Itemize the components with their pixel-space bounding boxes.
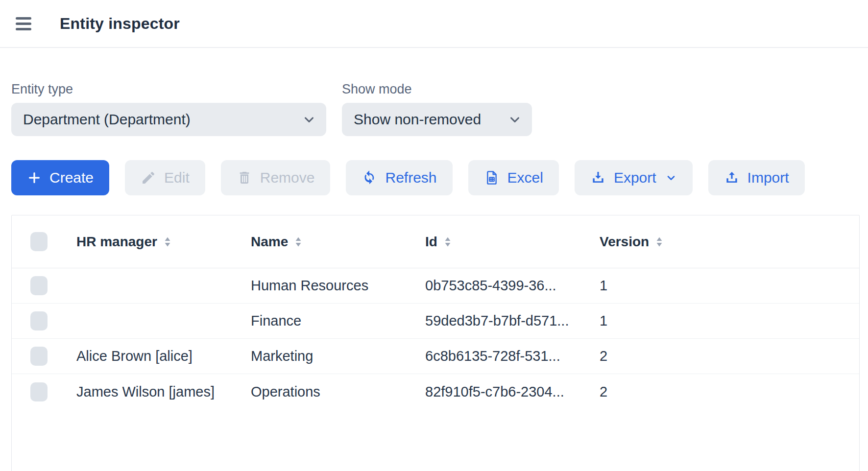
top-bar: Entity inspector <box>0 0 868 48</box>
show-mode-value: Show non-removed <box>354 111 481 128</box>
excel-button[interactable]: Excel <box>468 160 559 195</box>
cell-id: 82f910f5-c7b6-2304... <box>414 384 589 400</box>
show-mode-select[interactable]: Show non-removed <box>342 103 532 136</box>
table-row[interactable]: Alice Brown [alice] Marketing 6c8b6135-7… <box>12 339 859 374</box>
entity-type-value: Department (Department) <box>23 111 191 128</box>
chevron-down-icon <box>302 112 316 127</box>
row-checkbox[interactable] <box>30 347 48 366</box>
main-content: Entity type Department (Department) Show… <box>11 81 860 471</box>
chevron-down-icon <box>665 172 677 184</box>
cell-hr-manager: James Wilson [james] <box>66 384 240 400</box>
chevron-down-icon <box>507 112 522 127</box>
column-header-id[interactable]: Id <box>425 234 589 250</box>
data-table: HR manager Name Id Version <box>11 215 860 471</box>
spreadsheet-file-icon <box>484 170 500 186</box>
entity-type-select[interactable]: Department (Department) <box>11 103 326 136</box>
hamburger-menu-icon[interactable] <box>16 14 38 33</box>
row-checkbox[interactable] <box>30 276 48 295</box>
plus-icon <box>27 170 42 185</box>
row-checkbox[interactable] <box>30 382 48 401</box>
cell-id: 0b753c85-4399-36... <box>414 278 589 294</box>
edit-button[interactable]: Edit <box>125 160 205 195</box>
remove-button[interactable]: Remove <box>221 160 331 195</box>
cell-version: 1 <box>589 278 859 294</box>
sort-arrows-icon <box>164 236 171 248</box>
table-row[interactable]: James Wilson [james] Operations 82f910f5… <box>12 374 859 409</box>
create-button[interactable]: Create <box>11 160 109 195</box>
export-button[interactable]: Export <box>575 160 693 195</box>
table-header-row: HR manager Name Id Version <box>12 215 859 268</box>
cell-id: 59ded3b7-b7bf-d571... <box>414 313 589 329</box>
cell-hr-manager: Alice Brown [alice] <box>66 348 240 364</box>
cell-version: 2 <box>589 384 859 400</box>
entity-type-field: Entity type Department (Department) <box>11 81 326 136</box>
filters-row: Entity type Department (Department) Show… <box>11 81 860 136</box>
sort-arrows-icon <box>656 236 663 248</box>
cell-name: Finance <box>240 313 414 329</box>
cell-name: Human Resources <box>240 278 414 294</box>
show-mode-field: Show mode Show non-removed <box>342 81 532 136</box>
cell-id: 6c8b6135-728f-531... <box>414 348 589 364</box>
table-row[interactable]: Human Resources 0b753c85-4399-36... 1 <box>12 268 859 304</box>
cell-version: 2 <box>589 348 859 364</box>
refresh-button[interactable]: Refresh <box>346 160 452 195</box>
sort-arrows-icon <box>295 236 302 248</box>
download-tray-icon <box>590 170 606 186</box>
pencil-icon <box>141 170 156 186</box>
cell-name: Marketing <box>240 348 414 364</box>
entity-type-label: Entity type <box>11 81 326 97</box>
import-button[interactable]: Import <box>708 160 805 195</box>
show-mode-label: Show mode <box>342 81 532 97</box>
upload-tray-icon <box>724 170 740 186</box>
row-checkbox[interactable] <box>30 311 48 330</box>
trash-icon <box>237 170 252 186</box>
sync-arrows-icon <box>362 170 377 186</box>
cell-version: 1 <box>589 313 859 329</box>
actions-toolbar: Create Edit Remove Refresh Excel Export … <box>11 160 860 195</box>
page-title: Entity inspector <box>60 15 180 33</box>
column-header-version[interactable]: Version <box>600 234 859 250</box>
column-header-hr-manager[interactable]: HR manager <box>76 234 240 250</box>
column-header-name[interactable]: Name <box>251 234 414 250</box>
table-row[interactable]: Finance 59ded3b7-b7bf-d571... 1 <box>12 304 859 339</box>
cell-name: Operations <box>240 384 414 400</box>
sort-arrows-icon <box>444 236 451 248</box>
select-all-checkbox[interactable] <box>30 232 48 251</box>
